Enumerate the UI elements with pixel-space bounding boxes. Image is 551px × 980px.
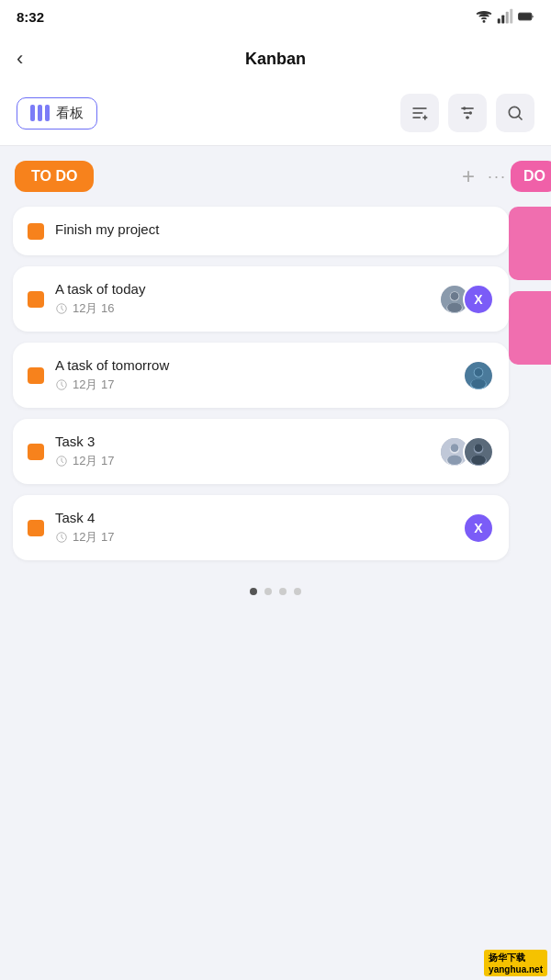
page-dot-2 xyxy=(264,588,272,595)
filter-icon xyxy=(458,104,477,122)
task-title-3: A task of tomorrow xyxy=(55,357,452,373)
svg-rect-2 xyxy=(501,16,504,24)
task-date-3: 12月 17 xyxy=(73,377,115,393)
clock-icon-4 xyxy=(55,455,68,467)
task-date-5: 12月 17 xyxy=(73,529,115,546)
task-dot-2 xyxy=(28,291,44,308)
task-card-1[interactable]: Finish my project xyxy=(13,207,509,255)
add-list-icon xyxy=(410,104,429,122)
task-card-4[interactable]: Task 3 12月 17 xyxy=(13,419,509,484)
column-label-todo: TO DO xyxy=(15,161,94,192)
svg-point-30 xyxy=(475,368,483,377)
filter-button[interactable] xyxy=(448,94,487,132)
svg-point-41 xyxy=(475,444,483,452)
svg-point-24 xyxy=(451,292,459,300)
columns-row: TO DO + ··· Finish my project A task of … xyxy=(0,161,551,571)
wifi-icon xyxy=(476,8,492,25)
page-dots xyxy=(0,588,551,595)
battery-icon xyxy=(518,8,534,25)
task-title-5: Task 4 xyxy=(55,510,452,525)
avatar-purple-x2: X xyxy=(463,513,494,544)
task-meta-4: 12月 17 xyxy=(55,453,428,469)
page-title: Kanban xyxy=(245,50,306,69)
content-area: TO DO + ··· Finish my project A task of … xyxy=(0,146,551,623)
task-avatars-2: X xyxy=(439,284,494,315)
header: ‹ Kanban xyxy=(0,33,551,84)
task-avatars-4 xyxy=(439,436,494,467)
status-time: 8:32 xyxy=(17,9,44,25)
task-title-4: Task 3 xyxy=(55,434,428,449)
svg-point-15 xyxy=(463,107,466,109)
task-date-2: 12月 16 xyxy=(73,300,115,317)
task-card-3[interactable]: A task of tomorrow 12月 17 xyxy=(13,343,509,408)
task-card-2[interactable]: A task of today 12月 16 xyxy=(13,266,509,332)
task-meta-2: 12月 16 xyxy=(55,300,428,317)
task-title-1: Finish my project xyxy=(55,221,494,237)
avatar-person4 xyxy=(463,436,494,467)
column-more-button[interactable]: ··· xyxy=(488,167,507,186)
svg-rect-1 xyxy=(498,18,500,23)
column-header-todo: TO DO + ··· xyxy=(13,161,509,192)
column-header-doing: DO xyxy=(509,161,551,192)
signal-icon xyxy=(497,8,513,25)
clock-icon-2 xyxy=(55,302,68,315)
svg-point-25 xyxy=(447,302,462,312)
task-info-2: A task of today 12月 16 xyxy=(55,281,428,317)
task-avatars-5: X xyxy=(463,513,494,544)
task-dot-5 xyxy=(28,520,44,536)
svg-rect-3 xyxy=(506,12,509,24)
toolbar: 看板 xyxy=(0,84,551,146)
page-dot-3 xyxy=(279,588,287,595)
kanban-brand-button[interactable]: 看板 xyxy=(17,97,97,130)
column-add-button[interactable]: + xyxy=(462,165,475,187)
status-icons xyxy=(476,8,534,25)
column-todo: TO DO + ··· Finish my project A task of … xyxy=(13,161,509,571)
kanban-icon xyxy=(30,105,50,121)
task-meta-5: 12月 17 xyxy=(55,529,452,546)
back-button[interactable]: ‹ xyxy=(17,47,23,71)
svg-rect-6 xyxy=(520,14,531,19)
svg-rect-4 xyxy=(510,9,512,24)
clock-icon-3 xyxy=(55,378,68,391)
svg-line-19 xyxy=(519,117,523,120)
task-card-5[interactable]: Task 4 12月 17 X xyxy=(13,495,509,560)
clock-icon-5 xyxy=(55,531,68,544)
svg-point-0 xyxy=(483,21,485,23)
task-avatars-3 xyxy=(463,360,494,391)
column-label-doing: DO xyxy=(511,161,551,192)
avatar-purple-x: X xyxy=(463,284,494,315)
add-filter-button[interactable] xyxy=(400,94,439,132)
watermark: 扬华下载yanghua.net xyxy=(484,950,547,976)
svg-point-31 xyxy=(471,378,486,389)
search-button[interactable] xyxy=(496,94,534,132)
column-doing-peek: DO xyxy=(509,161,551,571)
svg-point-42 xyxy=(471,455,486,465)
task-info-4: Task 3 12月 17 xyxy=(55,434,428,469)
task-date-4: 12月 17 xyxy=(73,453,115,469)
search-icon xyxy=(506,104,524,122)
task-title-2: A task of today xyxy=(55,281,428,297)
avatar-person2 xyxy=(463,360,494,391)
task-meta-3: 12月 17 xyxy=(55,377,452,393)
page-dot-1 xyxy=(250,588,257,595)
task-info-3: A task of tomorrow 12月 17 xyxy=(55,357,452,393)
task-info-1: Finish my project xyxy=(55,221,494,241)
task-dot-4 xyxy=(28,444,44,460)
status-bar: 8:32 xyxy=(0,0,551,33)
page-dot-4 xyxy=(294,588,301,595)
svg-point-36 xyxy=(451,444,459,452)
svg-point-16 xyxy=(469,111,472,114)
svg-point-18 xyxy=(509,107,520,118)
svg-point-37 xyxy=(447,455,462,465)
column-actions-todo: + ··· xyxy=(462,165,507,187)
svg-point-17 xyxy=(466,116,468,118)
task-dot-3 xyxy=(28,367,44,384)
task-dot-1 xyxy=(28,223,44,240)
task-info-5: Task 4 12月 17 xyxy=(55,510,452,546)
brand-label: 看板 xyxy=(56,105,84,122)
